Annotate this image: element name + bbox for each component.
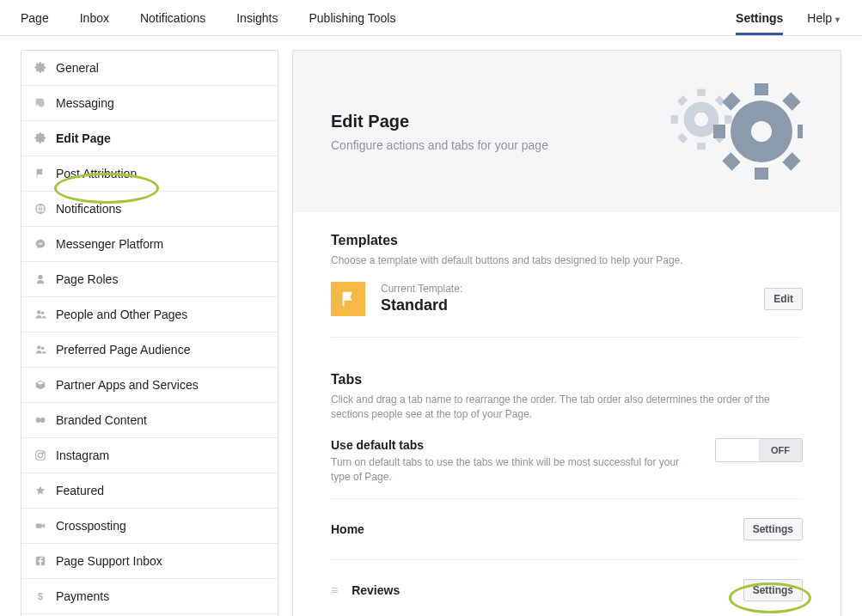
top-nav: Page Inbox Notifications Insights Publis…	[0, 0, 862, 36]
sidebar-item-page-support-inbox[interactable]: Page Support Inbox	[21, 544, 278, 579]
tab-row-home: Home Settings	[331, 499, 803, 560]
templates-section: Templates Choose a template with default…	[331, 233, 803, 351]
nav-notifications[interactable]: Notifications	[140, 1, 205, 35]
instagram-icon	[34, 448, 47, 462]
tabs-section: Tabs Click and drag a tab name to rearra…	[331, 372, 803, 499]
tab-row-reviews[interactable]: ≡ Reviews Settings	[331, 560, 803, 616]
sidebar-item-edit-page[interactable]: Edit Page	[21, 121, 278, 156]
sidebar-item-partner-apps[interactable]: Partner Apps and Services	[21, 368, 278, 403]
star-icon	[34, 484, 47, 497]
nav-publishing-tools[interactable]: Publishing Tools	[309, 1, 395, 35]
globe-icon	[34, 202, 47, 216]
default-tabs-title: Use default tabs	[331, 438, 681, 452]
camcorder-icon	[34, 519, 47, 533]
sidebar-item-notifications[interactable]: Notifications	[21, 192, 278, 227]
svg-point-7	[38, 453, 42, 457]
drag-handle-icon[interactable]: ≡	[331, 583, 338, 597]
flag-icon	[331, 282, 365, 316]
svg-point-5	[41, 347, 45, 351]
top-nav-right: Settings Help▼	[736, 1, 841, 35]
tab-name: Home	[331, 522, 743, 536]
handshake-icon	[34, 413, 47, 427]
svg-point-3	[41, 312, 45, 315]
sidebar-item-people-pages[interactable]: People and Other Pages	[21, 297, 278, 332]
people-icon	[34, 308, 47, 321]
sidebar-item-branded-content[interactable]: Branded Content	[21, 403, 278, 438]
main-body: Templates Choose a template with default…	[293, 212, 841, 616]
tab-settings-button[interactable]: Settings	[743, 518, 803, 540]
templates-title: Templates	[331, 233, 803, 248]
people-icon	[34, 343, 47, 357]
sidebar-item-label: Branded Content	[56, 413, 147, 427]
chat-icon	[34, 96, 47, 110]
sidebar-item-messaging[interactable]: Messaging	[21, 86, 278, 121]
page-title: Edit Page	[331, 112, 548, 131]
chevron-down-icon: ▼	[834, 15, 841, 24]
sidebar-item-label: Messaging	[56, 96, 114, 110]
sidebar-item-label: Post Attribution	[56, 167, 137, 180]
svg-point-1	[38, 275, 42, 279]
sidebar-item-label: Crossposting	[56, 519, 126, 533]
svg-point-8	[42, 452, 43, 453]
dollar-icon: $	[34, 589, 47, 603]
svg-line-19	[718, 99, 722, 103]
svg-line-27	[787, 97, 796, 106]
nav-help[interactable]: Help▼	[807, 1, 841, 35]
sidebar-item-label: Page Support Inbox	[56, 554, 162, 568]
messenger-icon	[34, 237, 47, 251]
nav-help-label: Help	[807, 11, 832, 25]
template-info: Current Template: Standard	[381, 283, 764, 314]
sidebar-item-post-attribution[interactable]: Post Attribution	[21, 156, 278, 192]
gear-icon	[34, 131, 47, 145]
current-template-label: Current Template:	[381, 283, 764, 295]
svg-rect-9	[36, 523, 42, 528]
svg-text:$: $	[38, 591, 43, 601]
current-template-name: Standard	[381, 296, 764, 314]
nav-page[interactable]: Page	[21, 1, 49, 35]
facebook-icon	[34, 554, 47, 568]
box-icon	[34, 378, 47, 392]
default-tabs-row: Use default tabs Turn on default tabs to…	[331, 438, 803, 485]
default-tabs-toggle[interactable]: OFF	[715, 438, 803, 462]
page-subtitle: Configure actions and tabs for your page	[331, 138, 548, 152]
gears-illustration	[648, 80, 803, 183]
svg-point-2	[37, 310, 40, 314]
tab-name: Reviews	[352, 583, 743, 597]
svg-line-26	[727, 157, 736, 166]
template-row: Current Template: Standard Edit	[331, 282, 803, 338]
sidebar-item-label: Page Roles	[56, 272, 118, 286]
sidebar-item-general[interactable]: General	[21, 51, 278, 86]
sidebar-item-page-roles[interactable]: Page Roles	[21, 262, 278, 297]
main-header: Edit Page Configure actions and tabs for…	[293, 51, 841, 212]
sidebar-item-label: General	[56, 61, 99, 75]
sidebar-item-payments[interactable]: $ Payments	[21, 579, 278, 614]
sidebar-item-crossposting[interactable]: Crossposting	[21, 509, 278, 544]
nav-inbox[interactable]: Inbox	[80, 1, 109, 35]
sidebar: General Messaging Edit Page Post Attribu…	[21, 50, 278, 616]
templates-desc: Choose a template with default buttons a…	[331, 253, 803, 268]
person-icon	[34, 272, 47, 286]
gear-icon	[34, 61, 47, 75]
svg-point-4	[37, 345, 40, 349]
sidebar-item-label: Edit Page	[56, 131, 111, 145]
nav-settings[interactable]: Settings	[736, 1, 783, 35]
main-header-text: Edit Page Configure actions and tabs for…	[331, 112, 548, 152]
sidebar-item-featured[interactable]: Featured	[21, 473, 278, 509]
sidebar-item-preferred-audience[interactable]: Preferred Page Audience	[21, 332, 278, 368]
sidebar-item-label: Payments	[56, 589, 109, 603]
tabs-title: Tabs	[331, 372, 803, 387]
edit-template-button[interactable]: Edit	[764, 288, 803, 310]
toggle-off-half: OFF	[759, 439, 802, 461]
flag-icon	[34, 167, 47, 180]
container: General Messaging Edit Page Post Attribu…	[0, 36, 862, 616]
sidebar-item-label: Preferred Page Audience	[56, 343, 190, 357]
sidebar-item-label: Instagram	[56, 448, 109, 462]
sidebar-item-instagram[interactable]: Instagram	[21, 438, 278, 473]
svg-line-18	[681, 136, 685, 140]
sidebar-item-messenger-platform[interactable]: Messenger Platform	[21, 227, 278, 262]
toggle-on-half	[716, 439, 759, 461]
nav-insights[interactable]: Insights	[236, 1, 278, 35]
sidebar-item-label: People and Other Pages	[56, 308, 187, 321]
tab-settings-button[interactable]: Settings	[743, 579, 803, 601]
default-tabs-text: Use default tabs Turn on default tabs to…	[331, 438, 715, 485]
